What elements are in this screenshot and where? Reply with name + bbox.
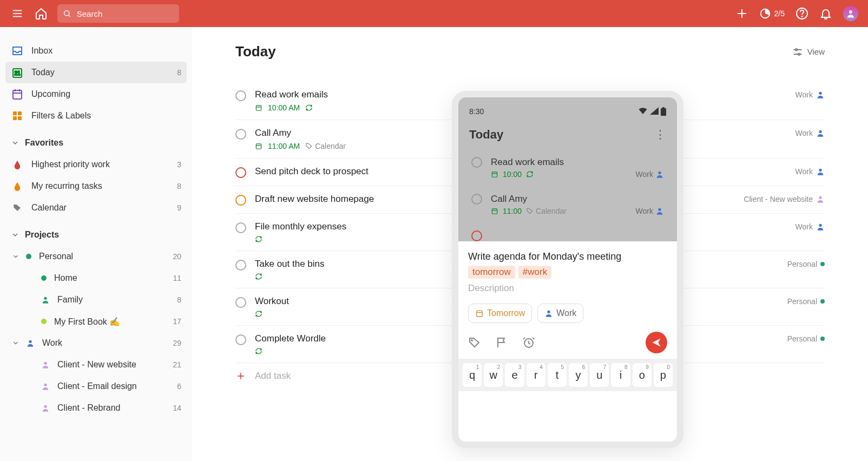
- phone-title-row: Today ⋮: [469, 128, 666, 142]
- task-checkbox[interactable]: [235, 129, 246, 140]
- project-item[interactable]: Personal 20: [5, 246, 187, 267]
- subproject-item[interactable]: Client - New website21: [5, 354, 187, 376]
- bell-icon: [819, 7, 832, 20]
- recurring-icon: [305, 104, 313, 111]
- task-checkbox[interactable]: [235, 90, 246, 101]
- task-project: Work: [795, 222, 825, 231]
- svg-point-29: [798, 53, 800, 55]
- phone-compose-sheet: Write agenda for Monday's meeting tomorr…: [458, 241, 677, 359]
- task-checkbox[interactable]: [235, 195, 246, 206]
- task-checkbox[interactable]: [471, 230, 482, 241]
- keyboard-key[interactable]: 4r: [527, 363, 545, 387]
- upcoming-label: Upcoming: [31, 89, 70, 99]
- favorite-item[interactable]: Calendar 9: [5, 197, 187, 219]
- compose-description[interactable]: Description: [468, 283, 667, 294]
- svg-rect-42: [662, 107, 665, 108]
- keyboard-key[interactable]: 9o: [633, 363, 652, 387]
- favorites-header[interactable]: Favorites: [5, 132, 187, 154]
- project-group: Work 29Client - New website21Client - Em…: [5, 332, 187, 419]
- favorite-item[interactable]: My recurring tasks 8: [5, 175, 187, 197]
- person-icon: [41, 404, 50, 412]
- subproject-item[interactable]: Client - Email design6: [5, 376, 187, 397]
- task-checkbox[interactable]: [235, 222, 246, 233]
- project-item[interactable]: Work 29: [5, 332, 187, 354]
- projects-header[interactable]: Projects: [5, 224, 187, 246]
- plus-icon: [235, 371, 246, 381]
- reminder-action[interactable]: [522, 336, 535, 349]
- task-checkbox[interactable]: [235, 297, 246, 308]
- person-icon: [544, 309, 553, 318]
- sidebar-upcoming[interactable]: Upcoming: [5, 83, 187, 105]
- sidebar: Inbox 21 Today 8 Upcoming Filters & Labe: [0, 27, 192, 461]
- key-letter: w: [490, 369, 497, 381]
- subproject-item[interactable]: Home11: [5, 267, 187, 289]
- send-button[interactable]: [646, 332, 667, 353]
- sidebar-inbox[interactable]: Inbox: [5, 40, 187, 62]
- favorites-header-label: Favorites: [25, 138, 63, 148]
- priority-action[interactable]: [495, 336, 508, 349]
- keyboard-key[interactable]: 0p: [654, 363, 673, 387]
- person-icon: [41, 360, 50, 369]
- project-count: 29: [173, 339, 181, 347]
- favorite-item[interactable]: Highest priority work 3: [5, 154, 187, 175]
- task-checkbox[interactable]: [471, 157, 482, 168]
- keyboard-key[interactable]: 6y: [569, 363, 588, 387]
- subproject-item[interactable]: Client - Rebrand14: [5, 397, 187, 419]
- task-checkbox[interactable]: [471, 194, 482, 205]
- view-button[interactable]: View: [792, 47, 825, 57]
- sidebar-today[interactable]: 21 Today 8: [5, 62, 187, 83]
- subproject-item[interactable]: My First Book ✍️17: [5, 311, 187, 332]
- today-label: Today: [31, 68, 55, 77]
- notifications-button[interactable]: [819, 7, 832, 20]
- svg-text:21: 21: [14, 70, 21, 76]
- add-button[interactable]: [735, 7, 748, 20]
- compose-text[interactable]: Write agenda for Monday's meeting tomorr…: [468, 251, 667, 279]
- task-checkbox[interactable]: [235, 167, 246, 178]
- task-time: 10:00 AM: [268, 103, 300, 112]
- keyboard-key[interactable]: 7u: [590, 363, 609, 387]
- svg-point-45: [658, 172, 661, 174]
- phone-task-row[interactable]: Call Amy11:00Calendar Work: [469, 186, 666, 223]
- home-button[interactable]: [34, 6, 49, 21]
- svg-rect-41: [661, 108, 666, 116]
- topbar-right: 2/5: [735, 6, 858, 21]
- compose-pills: Tomorrow Work: [468, 304, 667, 323]
- favorite-icon: [11, 201, 24, 214]
- subproject-item[interactable]: Family8: [5, 289, 187, 311]
- task-project: Personal: [787, 297, 825, 306]
- phone-task-row[interactable]: Read work emails10:00 Work: [469, 149, 666, 186]
- keyboard-key[interactable]: 5t: [548, 363, 567, 387]
- key-number: 3: [518, 364, 522, 370]
- pill-tomorrow[interactable]: Tomorrow: [468, 304, 532, 323]
- task-project: Personal: [787, 334, 825, 343]
- svg-rect-43: [492, 172, 497, 177]
- label-action[interactable]: [468, 336, 481, 349]
- progress-indicator[interactable]: 2/5: [759, 8, 785, 19]
- progress-circle-icon: [759, 8, 771, 19]
- task-checkbox[interactable]: [235, 260, 246, 271]
- pill-work[interactable]: Work: [537, 304, 583, 323]
- svg-point-24: [44, 384, 47, 386]
- task-project: Work: [795, 90, 825, 99]
- svg-line-4: [68, 15, 70, 17]
- search-box[interactable]: [57, 4, 179, 23]
- keyboard-key[interactable]: 8i: [611, 363, 630, 387]
- hamburger-menu[interactable]: [10, 6, 25, 21]
- search-input[interactable]: [77, 9, 174, 18]
- home-icon: [35, 7, 48, 20]
- keyboard-key[interactable]: 3e: [505, 363, 524, 387]
- sidebar-filters-labels[interactable]: Filters & Labels: [5, 105, 187, 127]
- page-title: Today: [235, 43, 276, 60]
- key-number: 1: [476, 364, 479, 370]
- svg-rect-17: [13, 111, 17, 115]
- svg-point-27: [795, 49, 797, 50]
- phone-more-button[interactable]: ⋮: [654, 128, 666, 142]
- key-letter: o: [639, 369, 645, 381]
- keyboard-key[interactable]: 2w: [484, 363, 503, 387]
- help-button[interactable]: [795, 7, 808, 20]
- key-number: 4: [540, 364, 543, 370]
- help-icon: [795, 7, 808, 20]
- user-avatar[interactable]: [843, 6, 858, 21]
- keyboard-key[interactable]: 1q: [463, 363, 482, 387]
- task-checkbox[interactable]: [235, 334, 246, 345]
